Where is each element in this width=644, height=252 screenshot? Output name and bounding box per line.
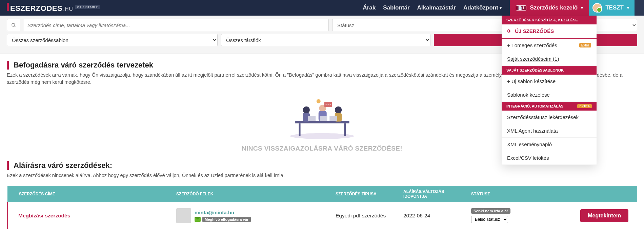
nav-arak[interactable]: Árak (363, 4, 376, 11)
menu-xml-agent[interactable]: XML Agent használata (502, 124, 597, 138)
svg-rect-4 (299, 123, 300, 136)
section-desc: Ezek a szerződések nincsenek aláírva. Ah… (7, 172, 637, 179)
svg-point-17 (335, 106, 342, 114)
logo-text-hu: .HU (63, 6, 73, 12)
contract-date: 2022-06-24 (397, 202, 465, 229)
nav-adatkozpont[interactable]: Adatközpont ▾ (463, 4, 502, 11)
view-button[interactable]: Megtekintem (580, 209, 628, 222)
menu-manage-templates[interactable]: Sablonok kezelése (502, 88, 597, 102)
logo[interactable]: ESZERZODES .HU v.4.0 STABLE (7, 3, 100, 13)
svg-rect-8 (308, 116, 316, 121)
col-actions (553, 186, 637, 202)
mail-icon (195, 217, 201, 222)
parties-cell: minta@minta.hu Meghívó elfogadásra vár (170, 202, 329, 229)
menu-section-integration: INTEGRÁCIÓ, AUTOMATIZÁLÁS EXTRA (502, 102, 597, 111)
svg-point-6 (303, 106, 310, 114)
contract-type: Egyedi pdf szerződés (329, 202, 397, 229)
extra-badge: EXTRA (577, 104, 592, 108)
party-email-link[interactable]: minta@minta.hu (195, 210, 251, 215)
contracts-table: SZERZŐDÉS CÍME SZERZŐDŐ FELEK SZERZŐDÉS … (7, 186, 637, 229)
svg-rect-5 (344, 123, 346, 136)
svg-point-13 (326, 104, 327, 105)
svg-point-16 (317, 99, 321, 103)
menu-own-contracts[interactable]: Saját szerződéseim (1) (502, 52, 597, 66)
svg-rect-19 (329, 116, 337, 121)
menu-section-create: SZERZŐDÉSEK KÉSZÍTÉSE, KEZELÉSE (502, 16, 597, 24)
logo-text-main: ESZERZODES (10, 4, 62, 13)
nav-links: Árak Sablontár Alkalmazástár Adatközpont… (363, 4, 502, 11)
nav-extra-panel (635, 0, 644, 16)
svg-point-14 (328, 104, 329, 105)
topbar: ESZERZODES .HU v.4.0 STABLE Árak Sablont… (0, 0, 644, 16)
menu-excel-download[interactable]: Excel/CSV letöltés (502, 151, 597, 165)
template-select[interactable]: Összes szerződéssablon (7, 34, 218, 46)
menu-xml-log[interactable]: XML eseménynapló (502, 138, 597, 151)
avatar-icon (592, 3, 602, 13)
menu-bulk-contract[interactable]: + Tömeges szerződés Extra (502, 39, 597, 52)
contract-manager-dropdown: SZERZŐDÉSEK KÉSZÍTÉSE, KEZELÉSE ✈ ÚJ SZE… (502, 16, 597, 165)
col-status: STÁTUSZ (465, 186, 553, 202)
logo-accent-bar (7, 3, 9, 11)
user-label: TESZT (605, 4, 624, 11)
search-input[interactable] (24, 19, 329, 31)
status-cell: Senki nem írta alá! Belső státusz (465, 202, 553, 229)
nav-user[interactable]: TESZT ▾ (589, 0, 635, 16)
account-select[interactable]: Összes társfiók (221, 34, 430, 46)
menu-new-contract[interactable]: ✈ ÚJ SZERZŐDÉS (502, 24, 597, 39)
logo-version-badge: v.4.0 STABLE (75, 5, 100, 9)
svg-point-15 (330, 104, 331, 105)
nav-alkalmazastar[interactable]: Alkalmazástár (417, 4, 456, 11)
paper-plane-icon: ✈ (507, 28, 511, 34)
col-parties: SZERZŐDŐ FELEK (170, 186, 329, 202)
contract-manager-label: Szerződés kezelő (530, 4, 578, 11)
caret-down-icon: ▾ (581, 5, 583, 10)
col-date: ALÁÍRÁS/VÁLTOZÁS IDŐPONTJA (397, 186, 465, 202)
table-row: Megbízási szerződés minta@minta.hu Meghí… (7, 202, 637, 229)
svg-rect-3 (295, 121, 349, 123)
extra-badge: Extra (579, 43, 591, 47)
nav-sablontar[interactable]: Sablontár (383, 4, 409, 11)
caret-down-icon: ▾ (500, 5, 502, 10)
col-title: SZERZŐDÉS CÍME (7, 186, 170, 202)
caret-down-icon: ▾ (627, 5, 629, 10)
internal-status-select[interactable]: Belső státusz (471, 216, 508, 223)
nav-contract-manager[interactable]: 📄 1 Szerződés kezelő ▾ (510, 0, 589, 16)
avatar-icon (176, 208, 191, 223)
table-header-row: SZERZŐDÉS CÍME SZERZŐDŐ FELEK SZERZŐDÉS … (7, 186, 637, 202)
contract-title-link[interactable]: Megbízási szerződés (7, 202, 170, 229)
col-type: SZERZŐDÉS TÍPUSA (329, 186, 397, 202)
search-icon (7, 19, 20, 31)
contract-count-badge: 📄 1 (516, 5, 527, 11)
status-badge: Senki nem írta alá! (471, 208, 510, 214)
svg-line-1 (14, 26, 15, 27)
menu-section-templates: SAJÁT SZERZŐDÉSSABLONOK (502, 66, 597, 75)
svg-point-0 (12, 23, 15, 26)
menu-status-query[interactable]: Szerződésstátusz lekérdezések (502, 111, 597, 124)
invite-status-badge: Meghívó elfogadásra vár (202, 217, 251, 222)
svg-rect-11 (320, 116, 327, 121)
menu-new-template[interactable]: + Új sablon készítése (502, 75, 597, 88)
